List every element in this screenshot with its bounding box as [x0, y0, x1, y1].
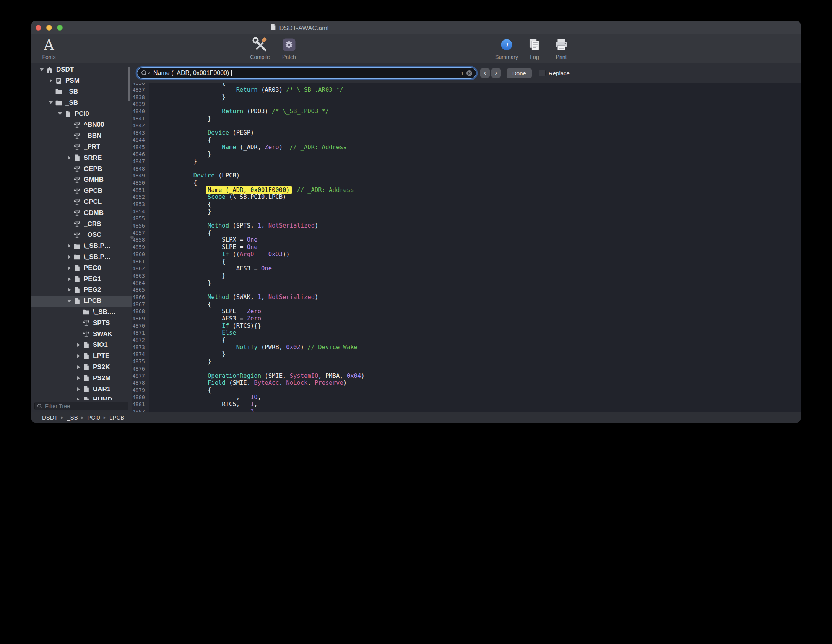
tree-item-sbp[interactable]: \_SB.P…: [31, 241, 132, 252]
tree-item-sbp[interactable]: \_SB.P…: [31, 252, 132, 263]
code-line[interactable]: 4857 {: [132, 229, 801, 236]
code-line[interactable]: 4881 RTCS, 1,: [132, 401, 801, 408]
compile-button[interactable]: Compile: [245, 36, 275, 60]
code-line[interactable]: 4880 , 10,: [132, 394, 801, 401]
code-line[interactable]: 4872 {: [132, 337, 801, 344]
code-line[interactable]: 4859 SLPE = One: [132, 244, 801, 251]
tree-item-lpcb[interactable]: LPCB: [31, 296, 132, 307]
disclosure-triangle[interactable]: [47, 101, 55, 104]
find-next-button[interactable]: ›: [491, 68, 501, 78]
breadcrumb-item-sb[interactable]: _SB: [67, 414, 78, 421]
code-line[interactable]: 4878 Field (SMIE, ByteAcc, NoLock, Prese…: [132, 379, 801, 387]
disclosure-triangle[interactable]: [37, 68, 46, 71]
code-line[interactable]: 4839: [132, 101, 801, 108]
code-line[interactable]: 4841 }: [132, 115, 801, 122]
tree-item-osc[interactable]: _OSC: [31, 229, 132, 241]
code-line[interactable]: 4847 }: [132, 158, 801, 165]
code-line[interactable]: 4846 }: [132, 151, 801, 158]
code-line[interactable]: 4861 {: [132, 258, 801, 265]
disclosure-triangle[interactable]: [74, 398, 83, 400]
tree-item-psm[interactable]: PSM: [31, 75, 132, 86]
code-line[interactable]: 4843 Device (PEGP): [132, 129, 801, 137]
tree-item-gpcb[interactable]: GPCB: [31, 185, 132, 197]
code-line[interactable]: 4851 Name (_ADR, 0x001F0000) // _ADR: Ad…: [132, 186, 801, 194]
disclosure-triangle[interactable]: [74, 376, 83, 380]
disclosure-triangle[interactable]: [65, 300, 73, 302]
disclosure-triangle[interactable]: [47, 79, 55, 83]
tree-item-gdmb[interactable]: GDMB: [31, 207, 132, 218]
tree-item-sio1[interactable]: SIO1: [31, 340, 132, 351]
tree-item-peg2[interactable]: PEG2: [31, 285, 132, 296]
tree-item-gepb[interactable]: GEPB: [31, 163, 132, 174]
tree-item-gpcl[interactable]: GPCL: [31, 197, 132, 208]
filter-tree-input[interactable]: [44, 403, 126, 410]
disclosure-triangle[interactable]: [65, 244, 73, 248]
code-line[interactable]: 4876: [132, 365, 801, 372]
tree-item-prt[interactable]: _PRT: [31, 141, 132, 153]
code-line[interactable]: 4882 , 3,: [132, 408, 801, 412]
zoom-button[interactable]: [57, 25, 63, 31]
disclosure-triangle[interactable]: [74, 365, 83, 369]
close-button[interactable]: [36, 25, 41, 31]
tree-item-peg0[interactable]: PEG0: [31, 262, 132, 273]
tree-item-peg1[interactable]: PEG1: [31, 273, 132, 285]
code-line[interactable]: 4871 Else: [132, 329, 801, 337]
search-menu-icon[interactable]: [141, 70, 151, 76]
tree-item-spts[interactable]: SPTS: [31, 317, 132, 329]
code-line[interactable]: 4877 OperationRegion (SMIE, SystemIO, PM…: [132, 372, 801, 379]
code-line[interactable]: 4864 }: [132, 279, 801, 286]
replace-checkbox[interactable]: [539, 70, 546, 76]
code-line[interactable]: 4869 AES3 = Zero: [132, 315, 801, 322]
find-query[interactable]: Name (_ADR, 0x001F0000): [153, 70, 229, 76]
tree-item-ps2k[interactable]: PS2K: [31, 362, 132, 373]
code-line[interactable]: 4865: [132, 286, 801, 294]
tree-item-lpte[interactable]: LPTE: [31, 351, 132, 362]
code-line[interactable]: 4868 SLPE = Zero: [132, 308, 801, 315]
breadcrumb-item-dsdt[interactable]: DSDT: [42, 414, 58, 421]
minimize-button[interactable]: [46, 25, 52, 31]
disclosure-triangle[interactable]: [65, 277, 73, 281]
disclosure-triangle[interactable]: [74, 354, 83, 358]
code-line[interactable]: 4842: [132, 122, 801, 129]
code-line[interactable]: 4845 Name (_ADR, Zero) // _ADR: Address: [132, 143, 801, 151]
tree-item-dsdt[interactable]: DSDT: [31, 64, 132, 75]
code-line[interactable]: 4838 }: [132, 93, 801, 101]
code-line[interactable]: 4853 {: [132, 201, 801, 208]
code-line[interactable]: 4855: [132, 215, 801, 222]
code-area[interactable]: 4836 {4837 Return (AR03) /* \_SB_.AR03 *…: [132, 83, 801, 412]
tree-item-gmhb[interactable]: GMHB: [31, 174, 132, 185]
tree-item-humd[interactable]: HUMD: [31, 395, 132, 400]
tree-item-bn00[interactable]: ^BN00: [31, 119, 132, 130]
code-line[interactable]: 4849 Device (LPCB): [132, 172, 801, 179]
disclosure-triangle[interactable]: [65, 255, 73, 259]
code-line[interactable]: 4852 Scope (\_SB.PCI0.LPCB): [132, 194, 801, 201]
print-button[interactable]: Print: [548, 36, 575, 60]
splitter-handle[interactable]: [130, 236, 134, 239]
code-line[interactable]: 4866 Method (SWAK, 1, NotSerialized): [132, 294, 801, 301]
tree-item-ps2m[interactable]: PS2M: [31, 372, 132, 384]
disclosure-triangle[interactable]: [74, 387, 83, 391]
tree-item-pci0[interactable]: PCI0: [31, 108, 132, 119]
find-field[interactable]: Name (_ADR, 0x001F0000) 1: [137, 67, 476, 79]
disclosure-triangle[interactable]: [56, 112, 64, 115]
code-line[interactable]: 4873 Notify (PWRB, 0x02) // Device Wake: [132, 343, 801, 351]
tree-item-crs[interactable]: _CRS: [31, 218, 132, 229]
tree-item-srre[interactable]: SRRE: [31, 152, 132, 163]
code-line[interactable]: 4874 }: [132, 351, 801, 358]
code-line[interactable]: 4848: [132, 165, 801, 172]
code-line[interactable]: 4837 Return (AR03) /* \_SB_.AR03 */: [132, 86, 801, 94]
code-line[interactable]: 4867 {: [132, 301, 801, 308]
log-button[interactable]: Log: [521, 36, 548, 60]
summary-button[interactable]: i Summary: [492, 36, 521, 60]
code-line[interactable]: 4850 {: [132, 179, 801, 187]
done-button[interactable]: Done: [506, 68, 532, 78]
code-line[interactable]: 4870 If (RTCS){}: [132, 322, 801, 329]
tree-item-sb[interactable]: _SB: [31, 97, 132, 108]
code-line[interactable]: 4840 Return (PD03) /* \_SB_.PD03 */: [132, 108, 801, 115]
code-line[interactable]: 4875 }: [132, 358, 801, 365]
disclosure-triangle[interactable]: [65, 266, 73, 270]
code-line[interactable]: 4856 Method (SPTS, 1, NotSerialized): [132, 222, 801, 229]
code-line[interactable]: 4863 }: [132, 272, 801, 280]
disclosure-triangle[interactable]: [74, 343, 83, 347]
code-line[interactable]: 4854 }: [132, 208, 801, 215]
